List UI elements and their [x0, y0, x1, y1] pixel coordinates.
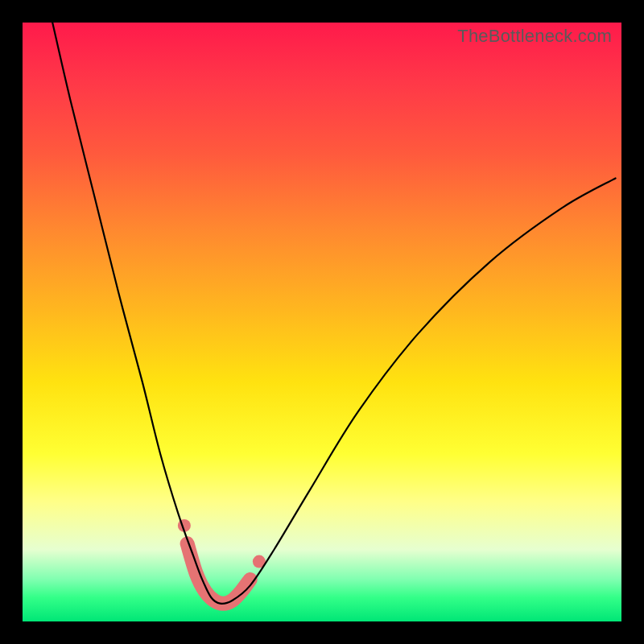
bottleneck-curve	[52, 23, 615, 604]
plot-area: TheBottleneck.com	[23, 23, 621, 621]
outer-frame: TheBottleneck.com	[0, 0, 644, 644]
chart-svg	[23, 23, 621, 621]
